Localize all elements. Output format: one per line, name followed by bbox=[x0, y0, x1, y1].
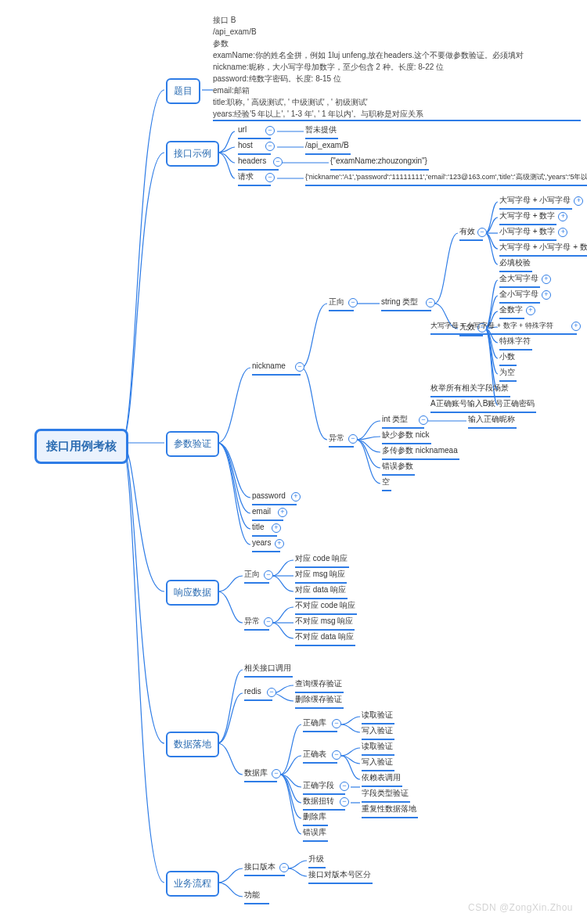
ab-b: 多传参数 nicknameaa bbox=[382, 444, 459, 460]
response-box[interactable]: 响应数据 bbox=[166, 580, 219, 606]
resp-pos-c: 对应 data 响应 bbox=[295, 584, 348, 599]
collapse-icon[interactable] bbox=[264, 570, 273, 580]
collapse-icon[interactable] bbox=[295, 362, 304, 372]
param-nickname[interactable]: nickname bbox=[252, 360, 301, 376]
string-type[interactable]: string 类型 bbox=[381, 296, 431, 311]
collapse-icon[interactable] bbox=[340, 782, 349, 791]
right-tb[interactable]: 正确表 bbox=[303, 748, 337, 764]
invalid-d[interactable]: 大写字母 + 小写字母 + 数字 + 特殊字符 bbox=[430, 319, 577, 335]
rt-a: 读取验证 bbox=[362, 740, 394, 756]
valid-b[interactable]: 大写字母 + 数字 bbox=[499, 210, 556, 225]
ex-headers-v: {"examName:zhouzongxin"} bbox=[330, 155, 429, 171]
valid-d[interactable]: 大写字母 + 小写字母 + 数字 bbox=[499, 241, 587, 257]
param-password[interactable]: password bbox=[252, 490, 297, 505]
resp-pos-a: 对应 code 响应 bbox=[295, 552, 349, 568]
param-years[interactable]: years bbox=[252, 537, 280, 552]
right-db[interactable]: 正确库 bbox=[303, 717, 337, 732]
param-box[interactable]: 参数验证 bbox=[166, 431, 219, 457]
err-db: 错误库 bbox=[303, 826, 328, 842]
ex-host-k[interactable]: host bbox=[238, 139, 271, 155]
param-title[interactable]: title bbox=[252, 521, 277, 537]
del-db: 删除库 bbox=[303, 811, 328, 826]
flow-ver[interactable]: 接口版本 bbox=[244, 861, 285, 876]
rt-b: 写入验证 bbox=[362, 756, 394, 771]
collapse-icon[interactable] bbox=[332, 750, 341, 760]
expand-icon[interactable] bbox=[291, 492, 301, 502]
storage-related: 相关接口调用 bbox=[244, 662, 293, 678]
flow-ver-a: 升级 bbox=[308, 853, 326, 868]
collapse-icon[interactable] bbox=[267, 688, 276, 697]
collapse-icon[interactable] bbox=[426, 298, 435, 307]
flow-box[interactable]: 业务流程 bbox=[166, 871, 219, 897]
collapse-icon[interactable] bbox=[272, 769, 281, 778]
right-col[interactable]: 正确字段 bbox=[303, 779, 345, 795]
flow-ver-b: 接口对版本号区分 bbox=[308, 868, 373, 884]
example-box[interactable]: 接口示例 bbox=[166, 141, 219, 167]
topic-text: 接口 B /api_exam/B 参数 examName:你的姓名全拼，例如 1… bbox=[213, 14, 581, 121]
storage-redis[interactable]: redis bbox=[244, 685, 272, 701]
expand-icon[interactable] bbox=[571, 322, 581, 331]
expand-icon[interactable] bbox=[278, 508, 287, 517]
resp-neg[interactable]: 异常 bbox=[244, 615, 269, 631]
collapse-icon[interactable] bbox=[265, 126, 275, 135]
storage-db[interactable]: 数据库 bbox=[244, 767, 277, 782]
collapse-icon[interactable] bbox=[264, 617, 273, 627]
invalid-c[interactable]: 全数字 bbox=[499, 304, 524, 319]
ex-host-v: /api_exam/B bbox=[305, 139, 351, 155]
resp-neg-b: 不对应 msg 响应 bbox=[295, 615, 355, 631]
expand-icon[interactable] bbox=[542, 290, 551, 300]
expand-icon[interactable] bbox=[558, 228, 567, 237]
invalid-b[interactable]: 全小写字母 bbox=[499, 288, 540, 304]
rt-c: 依赖表调用 bbox=[362, 771, 402, 787]
expand-icon[interactable] bbox=[574, 196, 583, 206]
invalid-e: 特殊字符 bbox=[499, 335, 532, 351]
ex-url-k[interactable]: url bbox=[238, 124, 271, 139]
expand-icon[interactable] bbox=[272, 523, 281, 533]
collapse-icon[interactable] bbox=[273, 157, 283, 167]
topic-box[interactable]: 题目 bbox=[166, 78, 200, 104]
collapse-icon[interactable] bbox=[265, 142, 275, 151]
collapse-icon[interactable] bbox=[265, 173, 275, 182]
resp-pos-b: 对应 msg 响应 bbox=[295, 568, 347, 584]
valid-node[interactable]: 有效 bbox=[459, 225, 483, 241]
expand-icon[interactable] bbox=[275, 539, 284, 548]
ex-headers-k[interactable]: headers bbox=[238, 155, 279, 171]
resp-pos[interactable]: 正向 bbox=[244, 568, 269, 584]
invalid-g: 为空 bbox=[499, 366, 517, 382]
col-v2: 字段类型验证 bbox=[362, 787, 410, 803]
collapse-icon[interactable] bbox=[419, 415, 428, 425]
collapse-icon[interactable] bbox=[279, 863, 289, 872]
resp-neg-c: 不对应 data 响应 bbox=[295, 631, 355, 646]
int-type[interactable]: int 类型 bbox=[382, 413, 424, 429]
collapse-icon[interactable] bbox=[332, 719, 341, 728]
distort[interactable]: 数据扭转 bbox=[303, 795, 345, 811]
collapse-icon[interactable] bbox=[477, 228, 487, 237]
storage-box[interactable]: 数据落地 bbox=[166, 732, 219, 757]
nickname-positive[interactable]: 正向 bbox=[329, 296, 354, 311]
invalid-f: 小数 bbox=[499, 351, 517, 366]
expand-icon[interactable] bbox=[526, 306, 535, 315]
redis-b: 删除缓存验证 bbox=[295, 693, 344, 709]
rd-b: 写入验证 bbox=[362, 724, 394, 740]
invalid-h: 枚举所有相关字段场景 bbox=[430, 382, 510, 397]
ex-url-v: 暂未提供 bbox=[305, 124, 338, 139]
collapse-icon[interactable] bbox=[340, 797, 349, 807]
expand-icon[interactable] bbox=[542, 275, 551, 284]
flow-func: 功能 bbox=[244, 889, 269, 904]
valid-c[interactable]: 小写字母 + 数字 bbox=[499, 225, 556, 241]
collapse-icon[interactable] bbox=[348, 434, 358, 444]
root-node[interactable]: 接口用例考核 bbox=[34, 429, 128, 464]
ex-body-k[interactable]: 请求 bbox=[238, 171, 271, 186]
expand-icon[interactable] bbox=[558, 212, 567, 221]
invalid-i: A正确账号输入B账号正确密码 bbox=[430, 397, 536, 413]
invalid-a[interactable]: 全大写字母 bbox=[499, 272, 540, 288]
rd-a: 读取验证 bbox=[362, 709, 394, 724]
input-nick: 输入正确昵称 bbox=[468, 413, 517, 429]
valid-a[interactable]: 大写字母 + 小写字母 bbox=[499, 194, 572, 210]
nickname-abnormal[interactable]: 异常 bbox=[329, 432, 354, 448]
ab-c: 错误参数 bbox=[382, 460, 415, 476]
param-email[interactable]: email bbox=[252, 505, 283, 521]
collapse-icon[interactable] bbox=[348, 298, 358, 307]
distort-v: 重复性数据落地 bbox=[362, 803, 418, 818]
resp-neg-a: 不对应 code 响应 bbox=[295, 599, 357, 615]
